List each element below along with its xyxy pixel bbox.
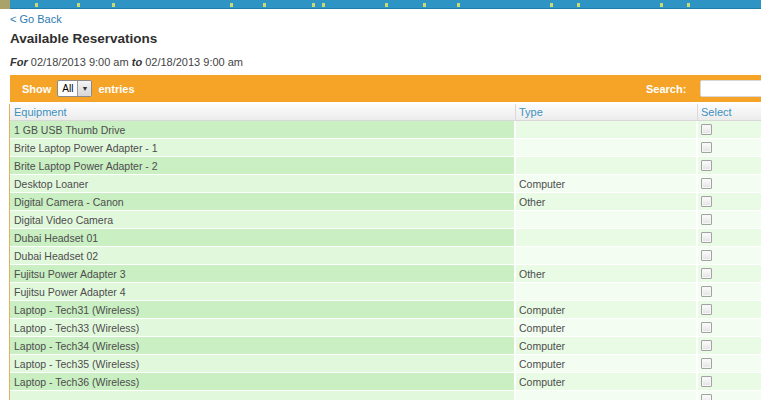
menu-tick-mark — [112, 3, 115, 7]
equipment-cell: Laptop - Tech31 (Wireless) — [10, 301, 516, 318]
table-row: Laptop - Tech36 (Wireless) Computer — [10, 373, 761, 390]
start-datetime: 02/18/2013 9:00 am — [31, 56, 129, 68]
row-select-checkbox[interactable] — [701, 214, 712, 225]
equipment-cell: Desktop Loaner — [10, 175, 516, 192]
equipment-cell: Laptop - Tech34 (Wireless) — [10, 337, 516, 354]
menu-tick-mark — [230, 3, 233, 7]
go-back-link[interactable]: < Go Back — [10, 13, 62, 25]
select-cell — [698, 247, 761, 264]
select-cell — [698, 193, 761, 210]
table-row: Brite Laptop Power Adapter - 2 — [10, 157, 761, 174]
page-length-select[interactable]: All ▼ — [57, 80, 92, 97]
table-row — [10, 391, 761, 400]
to-keyword: to — [132, 56, 142, 68]
type-cell — [516, 229, 698, 246]
select-cell — [698, 301, 761, 318]
table-row: Dubai Headset 01 — [10, 229, 761, 246]
row-select-checkbox[interactable] — [701, 196, 712, 207]
select-cell — [698, 319, 761, 336]
select-cell — [698, 355, 761, 372]
equipment-cell: 1 GB USB Thumb Drive — [10, 121, 516, 138]
row-select-checkbox[interactable] — [701, 340, 712, 351]
table-row: Laptop - Tech33 (Wireless) Computer — [10, 319, 761, 336]
type-cell: Other — [516, 193, 698, 210]
table-row: Laptop - Tech34 (Wireless) Computer — [10, 337, 761, 354]
type-cell — [516, 139, 698, 156]
table-row: 1 GB USB Thumb Drive — [10, 121, 761, 138]
equipment-cell: Brite Laptop Power Adapter - 2 — [10, 157, 516, 174]
row-select-checkbox[interactable] — [701, 160, 712, 171]
select-cell — [698, 391, 761, 400]
row-select-checkbox[interactable] — [701, 250, 712, 261]
search-input[interactable] — [700, 80, 761, 97]
equipment-cell — [10, 391, 516, 400]
corner-accent-block — [0, 0, 10, 9]
menu-tick-mark — [385, 3, 388, 7]
row-select-checkbox[interactable] — [701, 124, 712, 135]
table-row: Digital Camera - Canon Other — [10, 193, 761, 210]
equipment-cell: Brite Laptop Power Adapter - 1 — [10, 139, 516, 156]
table-row: Dubai Headset 02 — [10, 247, 761, 264]
row-select-checkbox[interactable] — [701, 286, 712, 297]
column-header-equipment[interactable]: Equipment — [10, 104, 516, 120]
select-cell — [698, 211, 761, 228]
top-nav-bar-clipped — [0, 0, 761, 9]
select-cell — [698, 175, 761, 192]
table-row: Laptop - Tech31 (Wireless) Computer — [10, 301, 761, 318]
page: < Go Back Available Reservations For 02/… — [0, 0, 761, 400]
end-datetime: 02/18/2013 9:00 am — [145, 56, 243, 68]
row-select-checkbox[interactable] — [701, 394, 712, 400]
menu-tick-mark — [550, 3, 553, 7]
row-select-checkbox[interactable] — [701, 232, 712, 243]
row-select-checkbox[interactable] — [701, 178, 712, 189]
table-row: Desktop Loaner Computer — [10, 175, 761, 192]
chevron-down-icon: ▼ — [77, 81, 91, 96]
menu-tick-mark — [263, 3, 266, 7]
equipment-cell: Digital Video Camera — [10, 211, 516, 228]
reservations-table: Equipment Type Select 1 GB USB Thumb Dri… — [9, 104, 761, 400]
page-length-value: All — [58, 81, 77, 96]
table-row: Fujitsu Power Adapter 4 — [10, 283, 761, 300]
equipment-cell: Fujitsu Power Adapter 4 — [10, 283, 516, 300]
type-cell — [516, 121, 698, 138]
equipment-cell: Dubai Headset 02 — [10, 247, 516, 264]
select-cell — [698, 229, 761, 246]
menu-tick-mark — [457, 3, 460, 7]
select-cell — [698, 337, 761, 354]
table-row: Brite Laptop Power Adapter - 1 — [10, 139, 761, 156]
menu-tick-mark — [660, 3, 663, 7]
type-cell — [516, 247, 698, 264]
type-cell: Computer — [516, 373, 698, 390]
select-cell — [698, 157, 761, 174]
equipment-cell: Laptop - Tech35 (Wireless) — [10, 355, 516, 372]
table-header-row: Equipment Type Select — [10, 104, 761, 121]
table-row: Laptop - Tech35 (Wireless) Computer — [10, 355, 761, 372]
reservation-date-range: For 02/18/2013 9:00 am to 02/18/2013 9:0… — [10, 56, 243, 68]
type-cell — [516, 157, 698, 174]
type-cell — [516, 283, 698, 300]
table-row: Digital Video Camera — [10, 211, 761, 228]
row-select-checkbox[interactable] — [701, 142, 712, 153]
row-select-checkbox[interactable] — [701, 376, 712, 387]
search-label: Search: — [646, 75, 686, 102]
type-cell: Computer — [516, 301, 698, 318]
type-cell — [516, 391, 698, 400]
for-keyword: For — [10, 56, 28, 68]
type-cell — [516, 211, 698, 228]
row-select-checkbox[interactable] — [701, 268, 712, 279]
type-cell: Other — [516, 265, 698, 282]
type-cell: Computer — [516, 175, 698, 192]
menu-tick-mark — [577, 3, 580, 7]
column-header-select[interactable]: Select — [698, 104, 761, 120]
type-cell: Computer — [516, 319, 698, 336]
entries-label: entries — [98, 83, 134, 95]
table-body: 1 GB USB Thumb Drive Brite Laptop Power … — [10, 121, 761, 400]
select-cell — [698, 373, 761, 390]
row-select-checkbox[interactable] — [701, 304, 712, 315]
menu-tick-mark — [77, 3, 80, 7]
column-header-type[interactable]: Type — [516, 104, 698, 120]
select-cell — [698, 265, 761, 282]
row-select-checkbox[interactable] — [701, 358, 712, 369]
row-select-checkbox[interactable] — [701, 322, 712, 333]
equipment-cell: Digital Camera - Canon — [10, 193, 516, 210]
